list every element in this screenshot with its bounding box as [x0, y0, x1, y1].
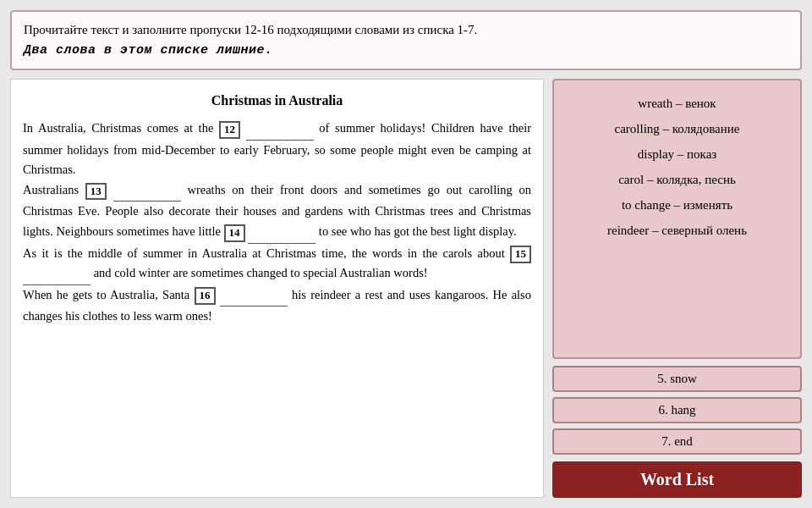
blank-12-line: [246, 119, 314, 141]
word-item-7[interactable]: 7. end: [552, 428, 802, 455]
blank-13-line: [113, 181, 181, 202]
blank-16: 16: [195, 287, 216, 305]
blank-16-line: [220, 285, 288, 306]
passage-area: Christmas in Australia In Australia, Chr…: [10, 79, 544, 498]
p1-before: In Australia, Christmas comes at the: [23, 121, 219, 135]
blank-15: 15: [510, 246, 531, 263]
vocab-1: wreath – венок: [568, 91, 787, 116]
blank-13: 13: [85, 183, 107, 201]
blank-14-line: [248, 223, 315, 244]
vocab-4: carol – колядка, песнь: [568, 167, 787, 192]
instructions-box: Прочитайте текст и заполните пропуски 12…: [10, 10, 802, 70]
p3-after: and cold winter are sometimes changed to…: [94, 266, 428, 279]
passage-title: Christmas in Australia: [23, 90, 531, 112]
vocabulary-box: wreath – венок carolling – колядование d…: [552, 79, 802, 359]
p2-after: to see who has got the best light displa…: [319, 224, 517, 238]
p4-before: When he gets to Australia, Santa: [23, 288, 195, 301]
vocab-3: display – показ: [568, 141, 787, 167]
p3-before: As it is the middle of summer in Austral…: [23, 246, 510, 260]
blank-12: 12: [219, 121, 240, 139]
outer-container: Прочитайте текст и заполните пропуски 12…: [0, 0, 812, 508]
instructions-line2: Два слова в этом списке лишние.: [24, 43, 273, 58]
word-item-6[interactable]: 6. hang: [552, 397, 802, 423]
blank-14: 14: [224, 224, 245, 242]
blank-15-line: [23, 264, 91, 285]
p2-before: Australians: [23, 183, 85, 196]
word-panel: wreath – венок carolling – колядование d…: [552, 79, 802, 498]
word-items: 5. snow 6. hang 7. end: [552, 366, 802, 455]
instructions-line1: Прочитайте текст и заполните пропуски 12…: [24, 23, 477, 36]
main-content: Christmas in Australia In Australia, Chr…: [10, 79, 802, 498]
passage-text: In Australia, Christmas comes at the 12 …: [23, 119, 531, 326]
word-list-button[interactable]: Word List: [552, 461, 802, 498]
vocab-6: reindeer – северный олень: [568, 218, 787, 243]
word-item-5[interactable]: 5. snow: [552, 366, 802, 392]
vocab-2: carolling – колядование: [568, 116, 787, 141]
vocab-5: to change – изменять: [568, 192, 787, 218]
